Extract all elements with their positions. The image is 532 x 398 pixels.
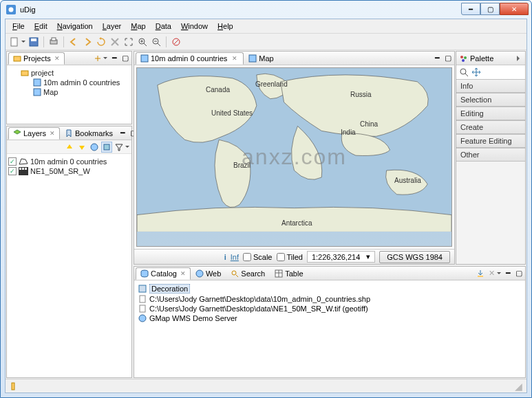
minimize-button[interactable]: ━: [461, 3, 480, 15]
catalog-tab[interactable]: Catalog✕: [136, 267, 191, 280]
projects-tab[interactable]: Projects ✕: [8, 52, 65, 65]
cancel-button[interactable]: [170, 36, 182, 48]
zoom-tool[interactable]: [459, 67, 469, 77]
catalog-tree[interactable]: Decoration C:\Users\Jody Garnett\Desktop…: [134, 280, 525, 326]
palette-drawer-info[interactable]: Info: [456, 79, 525, 93]
print-button[interactable]: [47, 36, 60, 48]
tiled-toggle[interactable]: Tiled: [277, 253, 303, 261]
catalog-item[interactable]: GMap WMS Demo Server: [138, 313, 521, 323]
layer-row[interactable]: ✓NE1_50M_SR_W: [8, 166, 130, 176]
scale-combo[interactable]: 1:226,326,214▾: [307, 251, 375, 263]
menu-layer[interactable]: Layer: [98, 21, 126, 32]
svg-rect-19: [34, 89, 41, 96]
zoom-extent-button[interactable]: [123, 36, 135, 48]
catalog-label: C:\Users\Jody Garnett\Desktop\data\10m_a…: [149, 295, 370, 303]
save-button[interactable]: [28, 36, 40, 48]
svg-point-31: [462, 59, 465, 62]
import-button[interactable]: [476, 269, 485, 278]
new-dropdown[interactable]: [21, 38, 26, 45]
move-up-button[interactable]: [64, 142, 75, 153]
tree-label: project: [31, 69, 54, 77]
palette-drawer-feature-editing[interactable]: Feature Editing: [456, 134, 525, 148]
new-button[interactable]: [8, 36, 21, 48]
menu-edit[interactable]: Edit: [30, 21, 52, 32]
minimize-editor-button[interactable]: ━: [432, 54, 442, 63]
bookmarks-tab[interactable]: Bookmarks: [60, 127, 118, 140]
new-icon: [10, 37, 19, 47]
menu-map[interactable]: Map: [127, 21, 149, 32]
close-icon[interactable]: ✕: [180, 270, 186, 277]
app-statusbar: ◢: [6, 379, 526, 393]
palette-drawer-editing[interactable]: Editing: [456, 107, 525, 120]
catalog-item[interactable]: Decoration: [138, 283, 521, 294]
catalog-item[interactable]: C:\Users\Jody Garnett\Desktop\data\10m_a…: [138, 294, 521, 304]
resize-grip[interactable]: ◢: [515, 381, 522, 392]
palette-drawer-other[interactable]: Other: [456, 148, 525, 162]
project-item[interactable]: Map: [33, 87, 130, 97]
layers-tab[interactable]: Layers ✕: [8, 127, 60, 140]
menu-window[interactable]: Window: [177, 21, 212, 32]
svg-rect-46: [12, 383, 14, 390]
minimize-view-button[interactable]: ━: [109, 54, 119, 63]
search-tab[interactable]: Search: [226, 267, 270, 280]
client-area: File Edit Navigation Layer Map Data Wind…: [5, 19, 527, 393]
globe-icon: [195, 269, 204, 278]
scale-value: 1:226,326,214: [312, 253, 360, 261]
view-menu-dropdown[interactable]: [103, 55, 108, 61]
catalog-label: Decoration: [149, 284, 190, 294]
filter-button[interactable]: [114, 142, 125, 153]
nav-forward-button[interactable]: [81, 36, 94, 48]
zoom-layer-button[interactable]: [89, 142, 100, 153]
project-item[interactable]: 10m admin 0 countries: [33, 78, 130, 87]
svg-rect-23: [19, 168, 21, 170]
menu-data[interactable]: Data: [151, 21, 175, 32]
link-editor-button[interactable]: [93, 54, 103, 63]
remove-button[interactable]: ✕: [487, 269, 496, 278]
menu-help[interactable]: Help: [213, 21, 237, 32]
maximize-editor-button[interactable]: ▢: [443, 54, 453, 63]
crs-button[interactable]: GCS WGS 1984: [379, 251, 450, 263]
layer-row[interactable]: ✓10m admin 0 countries: [8, 157, 130, 166]
pan-tool[interactable]: [471, 67, 481, 77]
layer-checkbox[interactable]: ✓: [8, 157, 17, 166]
globe-icon: [90, 143, 98, 151]
scale-toggle[interactable]: Scale: [243, 253, 273, 261]
close-icon[interactable]: ✕: [50, 130, 55, 137]
refresh-button[interactable]: [95, 36, 107, 48]
maximize-view-button[interactable]: ▢: [120, 54, 130, 63]
web-tab[interactable]: Web: [191, 267, 226, 280]
move-down-button[interactable]: [76, 142, 87, 153]
map-canvas[interactable]: Greenland Canada United States Russia Ch…: [134, 65, 454, 249]
info-link[interactable]: Inf: [231, 253, 239, 261]
zoom-in-button[interactable]: [136, 36, 149, 48]
maximize-button[interactable]: ▢: [480, 3, 500, 15]
palette-drawer-create[interactable]: Create: [456, 120, 525, 134]
layer-checkbox[interactable]: ✓: [8, 167, 17, 175]
window-title: uDig: [20, 5, 36, 14]
catalog-item[interactable]: C:\Users\Jody Garnett\Desktop\data\NE1_5…: [138, 304, 521, 313]
bookmarks-tab-label: Bookmarks: [75, 129, 113, 137]
palette-drawer-selection[interactable]: Selection: [456, 93, 525, 107]
editor-tab[interactable]: Map: [244, 52, 279, 65]
layers-view-dropdown[interactable]: [125, 144, 130, 150]
projects-tree[interactable]: project 10m admin 0 countries Map: [7, 65, 131, 100]
editor-tab[interactable]: 10m admin 0 countries✕: [136, 52, 244, 65]
maximize-view-button[interactable]: ▢: [514, 269, 524, 278]
minimize-view-button[interactable]: ━: [118, 129, 127, 138]
minimize-view-button[interactable]: ━: [503, 269, 513, 278]
close-icon[interactable]: ✕: [232, 55, 237, 62]
catalog-view-dropdown[interactable]: [496, 270, 502, 276]
mylar-button[interactable]: [101, 142, 112, 153]
zoom-out-button[interactable]: [150, 36, 162, 48]
nav-back-button[interactable]: [67, 36, 80, 48]
link-icon: [94, 54, 102, 63]
close-icon[interactable]: ✕: [54, 55, 60, 62]
palette-collapse-icon[interactable]: [517, 56, 522, 61]
project-root[interactable]: project: [21, 68, 130, 78]
menu-file[interactable]: File: [8, 21, 29, 32]
stop-button[interactable]: [109, 36, 121, 48]
close-button[interactable]: ✕: [500, 3, 529, 15]
menu-navigation[interactable]: Navigation: [53, 21, 97, 32]
table-tab[interactable]: Table: [270, 267, 308, 280]
layers-tree[interactable]: ✓10m admin 0 countries ✓NE1_50M_SR_W: [7, 154, 131, 179]
